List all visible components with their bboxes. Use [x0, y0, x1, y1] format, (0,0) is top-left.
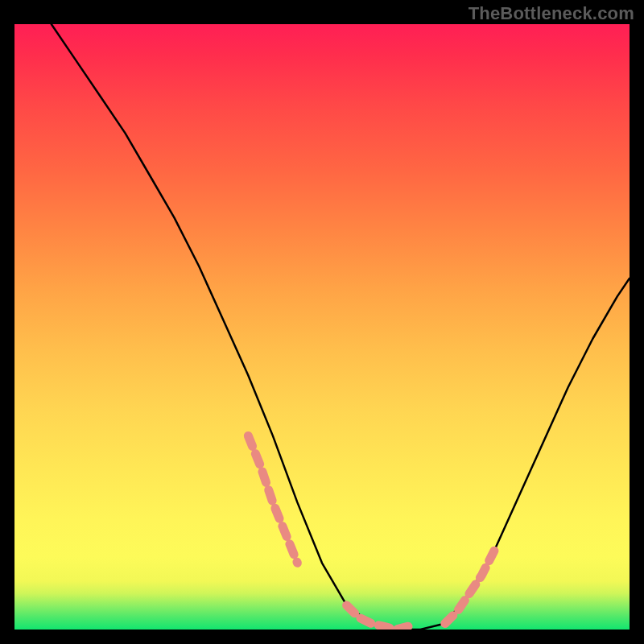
chart-frame: TheBottleneck.com: [0, 0, 644, 644]
chart-plot-area: [14, 24, 630, 630]
chart-svg: [14, 24, 630, 630]
bottleneck-curve-line: [52, 24, 630, 630]
watermark-text: TheBottleneck.com: [469, 3, 634, 24]
highlight-dots: [248, 436, 494, 630]
